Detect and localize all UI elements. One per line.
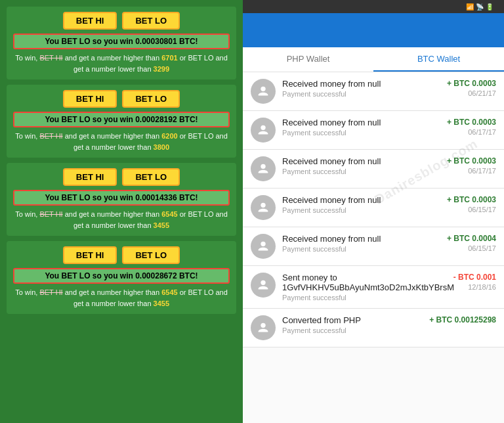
svg-point-3 xyxy=(261,203,265,208)
status-icons: 📶 📡 🔋 xyxy=(466,3,494,11)
bet-lo-button[interactable]: BET LO xyxy=(122,12,180,30)
tx-date: 06/21/17 xyxy=(447,89,496,97)
bet-buttons: BET HI BET LO xyxy=(13,12,230,30)
tx-right: + BTC 0.0004 06/15/17 xyxy=(447,234,496,252)
bet-buttons: BET HI BET LO xyxy=(13,90,230,108)
tab-btc-wallet[interactable]: BTC Wallet xyxy=(373,47,504,72)
tab-php-wallet[interactable]: PHP Wallet xyxy=(243,47,373,72)
tx-status: Payment successful xyxy=(282,167,440,175)
tx-right: - BTC 0.001 12/18/16 xyxy=(453,273,496,291)
tx-right: + BTC 0.00125298 xyxy=(429,315,496,326)
tx-details: Converted from PHP Payment successful xyxy=(282,315,423,334)
transaction-item-6[interactable]: Converted from PHP Payment successful + … xyxy=(243,309,504,347)
tabs: PHP WalletBTC Wallet xyxy=(243,47,504,72)
svg-point-0 xyxy=(261,87,265,91)
transaction-item-4[interactable]: Received money from null Payment success… xyxy=(243,227,504,266)
tx-amount: + BTC 0.0004 xyxy=(447,234,496,243)
header xyxy=(243,13,504,47)
bet-description: To win, BET HI and get a number higher t… xyxy=(13,131,230,152)
tx-title: Converted from PHP xyxy=(282,315,423,325)
transaction-item-1[interactable]: Received money from null Payment success… xyxy=(243,111,504,150)
bet-hi-button[interactable]: BET HI xyxy=(63,246,117,264)
bet-lo-button[interactable]: BET LO xyxy=(122,90,180,108)
tx-details: Received money from null Payment success… xyxy=(282,118,440,137)
bet-card-3: BET HI BET LO You BET LO so you win 0.00… xyxy=(7,241,236,314)
tx-amount: + BTC 0.0003 xyxy=(447,79,496,88)
svg-point-6 xyxy=(261,323,265,328)
right-panel: 📶 📡 🔋 PHP WalletBTC Wallet Received mone… xyxy=(243,0,504,423)
bet-description: To win, BET HI and get a number higher t… xyxy=(13,209,230,231)
tx-title: Received money from null xyxy=(282,118,440,127)
tx-title: Received money from null xyxy=(282,156,440,166)
left-panel: BET HI BET LO You BET LO so you win 0.00… xyxy=(0,0,243,423)
avatar xyxy=(251,315,276,340)
tx-details: Sent money to 1GvfVHKHV5uBbAyuNmt3oD2mJx… xyxy=(282,273,447,301)
avatar xyxy=(251,156,276,181)
tx-amount: - BTC 0.001 xyxy=(453,273,496,282)
tx-amount: + BTC 0.00125298 xyxy=(429,315,496,324)
tx-title: Sent money to 1GvfVHKHV5uBbAyuNmt3oD2mJx… xyxy=(282,273,447,292)
tx-date: 06/17/17 xyxy=(447,167,496,175)
avatar xyxy=(251,118,276,143)
transaction-item-5[interactable]: Sent money to 1GvfVHKHV5uBbAyuNmt3oD2mJx… xyxy=(243,266,504,309)
tx-status: Payment successful xyxy=(282,90,440,98)
tx-status: Payment successful xyxy=(282,294,447,301)
tx-amount: + BTC 0.0003 xyxy=(447,118,496,127)
win-message: You BET LO so you win 0.00028672 BTC! xyxy=(13,268,230,284)
avatar xyxy=(251,195,276,220)
tx-right: + BTC 0.0003 06/21/17 xyxy=(447,79,496,97)
bet-buttons: BET HI BET LO xyxy=(13,168,230,186)
transaction-item-0[interactable]: Received money from null Payment success… xyxy=(243,72,504,111)
tx-date: 06/15/17 xyxy=(447,244,496,252)
bet-hi-button[interactable]: BET HI xyxy=(63,12,117,30)
svg-point-1 xyxy=(261,125,265,130)
svg-point-4 xyxy=(261,242,265,246)
tx-status: Payment successful xyxy=(282,129,440,137)
bet-buttons: BET HI BET LO xyxy=(13,246,230,264)
tx-date: 06/17/17 xyxy=(447,128,496,136)
avatar xyxy=(251,273,276,298)
tx-details: Received money from null Payment success… xyxy=(282,156,440,175)
win-message: You BET LO so you win 0.00014336 BTC! xyxy=(13,190,230,206)
bet-card-2: BET HI BET LO You BET LO so you win 0.00… xyxy=(7,163,236,236)
transaction-item-2[interactable]: Received money from null Payment success… xyxy=(243,150,504,189)
bet-lo-button[interactable]: BET LO xyxy=(122,168,180,186)
transaction-item-3[interactable]: Received money from null Payment success… xyxy=(243,189,504,227)
win-message: You BET LO so you win 0.00028192 BTC! xyxy=(13,112,230,127)
tx-status: Payment successful xyxy=(282,326,423,334)
tx-title: Received money from null xyxy=(282,195,440,205)
bet-hi-button[interactable]: BET HI xyxy=(63,90,117,108)
svg-point-2 xyxy=(261,164,265,169)
win-message: You BET LO so you win 0.00030801 BTC! xyxy=(13,33,230,49)
avatar xyxy=(251,79,276,104)
tx-status: Payment successful xyxy=(282,245,440,253)
bet-lo-button[interactable]: BET LO xyxy=(122,246,180,264)
tx-date: 06/15/17 xyxy=(447,206,496,213)
tx-details: Received money from null Payment success… xyxy=(282,234,440,253)
tx-title: Received money from null xyxy=(282,234,440,244)
tx-amount: + BTC 0.0003 xyxy=(447,156,496,166)
tx-right: + BTC 0.0003 06/17/17 xyxy=(447,156,496,175)
bet-hi-button[interactable]: BET HI xyxy=(63,168,117,186)
avatar xyxy=(251,234,276,259)
tx-date: 12/18/16 xyxy=(453,283,496,291)
bet-card-0: BET HI BET LO You BET LO so you win 0.00… xyxy=(7,7,236,79)
tx-details: Received money from null Payment success… xyxy=(282,79,440,98)
bet-description: To win, BET HI and get a number higher t… xyxy=(13,287,230,309)
tx-title: Received money from null xyxy=(282,79,440,89)
transaction-list[interactable]: Received money from null Payment success… xyxy=(243,72,504,423)
tx-status: Payment successful xyxy=(282,206,440,214)
bet-card-1: BET HI BET LO You BET LO so you win 0.00… xyxy=(7,85,236,158)
svg-point-5 xyxy=(261,280,265,285)
tx-right: + BTC 0.0003 06/15/17 xyxy=(447,195,496,213)
tx-details: Received money from null Payment success… xyxy=(282,195,440,214)
tx-amount: + BTC 0.0003 xyxy=(447,195,496,204)
status-bar: 📶 📡 🔋 xyxy=(243,0,504,13)
bet-description: To win, BET HI and get a number higher t… xyxy=(13,53,230,74)
tx-right: + BTC 0.0003 06/17/17 xyxy=(447,118,496,136)
